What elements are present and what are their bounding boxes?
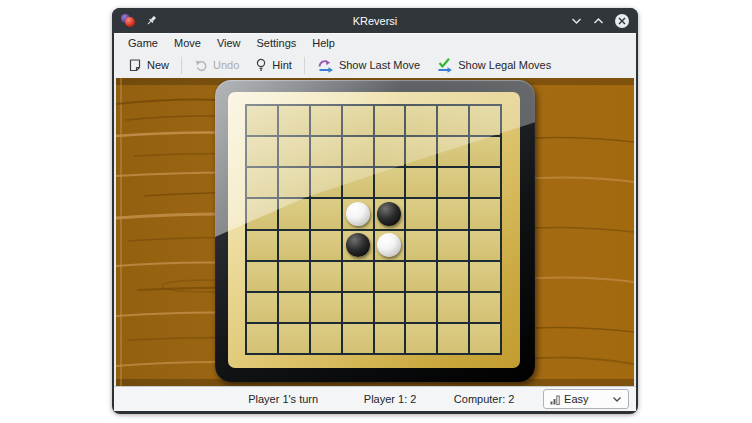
board-cell[interactable] bbox=[375, 199, 405, 228]
board-cell[interactable] bbox=[279, 262, 309, 291]
statusbar: Player 1's turn Player 1: 2 Computer: 2 … bbox=[114, 386, 636, 411]
board-cell[interactable] bbox=[279, 324, 309, 353]
board-cell[interactable] bbox=[343, 199, 373, 228]
board-cell[interactable] bbox=[247, 106, 277, 135]
board-cell[interactable] bbox=[406, 293, 436, 322]
turn-status: Player 1's turn bbox=[248, 393, 318, 405]
board-cell[interactable] bbox=[375, 106, 405, 135]
board-cell[interactable] bbox=[438, 231, 468, 260]
board-cell[interactable] bbox=[343, 293, 373, 322]
difficulty-bars-icon bbox=[550, 394, 560, 405]
computer-score: Computer: 2 bbox=[454, 393, 515, 405]
close-icon bbox=[618, 17, 626, 25]
menu-move[interactable]: Move bbox=[166, 34, 209, 52]
board-cell[interactable] bbox=[279, 199, 309, 228]
board-cell[interactable] bbox=[247, 262, 277, 291]
board-cell[interactable] bbox=[375, 231, 405, 260]
board-cell[interactable] bbox=[438, 137, 468, 166]
board-cell[interactable] bbox=[375, 137, 405, 166]
toolbar-separator bbox=[181, 57, 182, 74]
board-cell[interactable] bbox=[279, 106, 309, 135]
board-cell[interactable] bbox=[470, 293, 500, 322]
board-cell[interactable] bbox=[343, 106, 373, 135]
board-cell[interactable] bbox=[470, 324, 500, 353]
white-piece bbox=[346, 202, 370, 226]
board-cell[interactable] bbox=[438, 293, 468, 322]
board-cell[interactable] bbox=[470, 106, 500, 135]
menu-game[interactable]: Game bbox=[120, 34, 166, 52]
board-cell[interactable] bbox=[406, 262, 436, 291]
new-document-icon bbox=[128, 58, 142, 72]
board-cell[interactable] bbox=[438, 199, 468, 228]
menu-view[interactable]: View bbox=[209, 34, 249, 52]
board-cell[interactable] bbox=[406, 106, 436, 135]
board-cell[interactable] bbox=[247, 293, 277, 322]
board-cell[interactable] bbox=[343, 262, 373, 291]
difficulty-dropdown[interactable]: Easy bbox=[543, 389, 629, 409]
board-cell[interactable] bbox=[279, 168, 309, 197]
board-cell[interactable] bbox=[375, 293, 405, 322]
menubar: Game Move View Settings Help bbox=[114, 33, 636, 52]
board-cell[interactable] bbox=[375, 324, 405, 353]
chevron-up-icon bbox=[593, 17, 604, 25]
toolbar-separator bbox=[304, 57, 305, 74]
hint-button[interactable]: Hint bbox=[247, 54, 300, 76]
maximize-button[interactable] bbox=[593, 17, 604, 25]
hint-lightbulb-icon bbox=[255, 58, 267, 72]
board-cell[interactable] bbox=[406, 168, 436, 197]
board-cell[interactable] bbox=[311, 293, 341, 322]
show-legal-moves-button[interactable]: Show Legal Moves bbox=[428, 54, 559, 76]
black-piece bbox=[346, 233, 370, 257]
board-cell[interactable] bbox=[343, 231, 373, 260]
board-cell[interactable] bbox=[470, 231, 500, 260]
board-cell[interactable] bbox=[470, 137, 500, 166]
board-cell[interactable] bbox=[247, 168, 277, 197]
titlebar[interactable]: KReversi bbox=[112, 8, 638, 33]
board-cell[interactable] bbox=[247, 324, 277, 353]
player1-score: Player 1: 2 bbox=[364, 393, 417, 405]
board-cell[interactable] bbox=[279, 293, 309, 322]
chevron-down-icon bbox=[612, 396, 622, 403]
board-cell[interactable] bbox=[406, 231, 436, 260]
board-cell[interactable] bbox=[311, 137, 341, 166]
close-button[interactable] bbox=[615, 14, 629, 28]
board-cell[interactable] bbox=[343, 168, 373, 197]
board-cell[interactable] bbox=[438, 262, 468, 291]
board-cell[interactable] bbox=[311, 199, 341, 228]
board-cell[interactable] bbox=[247, 199, 277, 228]
menu-help[interactable]: Help bbox=[304, 34, 343, 52]
board-cell[interactable] bbox=[438, 324, 468, 353]
minimize-button[interactable] bbox=[571, 17, 582, 25]
board-cell[interactable] bbox=[247, 137, 277, 166]
board-cell[interactable] bbox=[406, 137, 436, 166]
board-cell[interactable] bbox=[406, 324, 436, 353]
reversi-board bbox=[215, 80, 535, 382]
board-cell[interactable] bbox=[470, 168, 500, 197]
board-cell[interactable] bbox=[470, 262, 500, 291]
pin-icon[interactable] bbox=[145, 14, 158, 27]
board-cell[interactable] bbox=[438, 168, 468, 197]
board-cell[interactable] bbox=[311, 168, 341, 197]
board-cell[interactable] bbox=[470, 199, 500, 228]
board-cell[interactable] bbox=[343, 137, 373, 166]
board-cell[interactable] bbox=[311, 231, 341, 260]
board-cell[interactable] bbox=[438, 106, 468, 135]
black-piece bbox=[377, 202, 401, 226]
board-cell[interactable] bbox=[343, 324, 373, 353]
new-button[interactable]: New bbox=[120, 54, 177, 76]
board-cell[interactable] bbox=[247, 231, 277, 260]
show-last-move-button[interactable]: Show Last Move bbox=[309, 54, 428, 76]
board-cell[interactable] bbox=[311, 106, 341, 135]
board-cell[interactable] bbox=[311, 262, 341, 291]
undo-button[interactable]: Undo bbox=[186, 54, 247, 76]
kreversi-window: KReversi bbox=[112, 8, 638, 414]
board-cell[interactable] bbox=[375, 168, 405, 197]
board-cell[interactable] bbox=[279, 137, 309, 166]
board-cell[interactable] bbox=[279, 231, 309, 260]
toolbar: New Undo Hint Show bbox=[114, 52, 636, 78]
board-cell[interactable] bbox=[311, 324, 341, 353]
menu-settings[interactable]: Settings bbox=[249, 34, 305, 52]
kreversi-app-icon bbox=[121, 13, 136, 28]
board-cell[interactable] bbox=[406, 199, 436, 228]
board-cell[interactable] bbox=[375, 262, 405, 291]
